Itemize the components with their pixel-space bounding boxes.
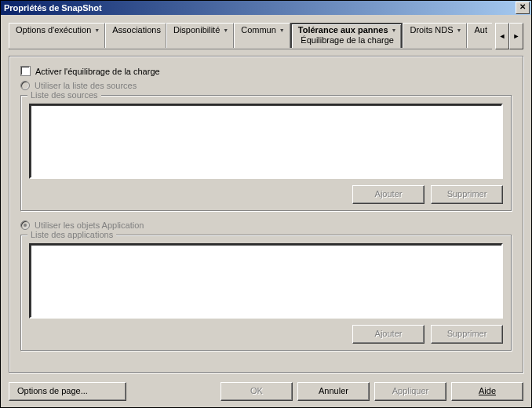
enable-load-balancing-label: Activer l'équilibrage de la charge bbox=[35, 67, 160, 76]
tab-label: Options d'exécution bbox=[16, 25, 91, 35]
applications-button-row: Ajouter Supprimer bbox=[29, 325, 503, 344]
tab-associations[interactable]: Associations bbox=[105, 23, 166, 48]
applications-listbox[interactable] bbox=[29, 243, 503, 319]
applications-remove-button[interactable]: Supprimer bbox=[431, 325, 503, 344]
help-button[interactable]: Aide bbox=[451, 382, 523, 401]
tab-label: Associations bbox=[112, 25, 161, 35]
radio-icon bbox=[20, 81, 30, 90]
radio-icon bbox=[20, 220, 30, 230]
use-application-objects-row[interactable]: Utiliser les objets Application bbox=[20, 220, 512, 230]
tab-disponibilite[interactable]: Disponibilité ▼ bbox=[166, 23, 234, 48]
tab-label: Disponibilité bbox=[173, 25, 220, 35]
tab-scroll-right[interactable]: ► bbox=[509, 23, 523, 49]
checkbox-icon bbox=[20, 66, 31, 76]
use-source-list-label: Utiliser la liste des sources bbox=[35, 81, 137, 90]
use-application-objects-label: Utiliser les objets Application bbox=[35, 220, 144, 230]
cancel-button[interactable]: Annuler bbox=[297, 382, 370, 401]
applications-group: Liste des applications Ajouter Supprimer bbox=[20, 235, 512, 351]
tab-droits-nds[interactable]: Droits NDS ▼ bbox=[403, 23, 467, 48]
close-icon: ✕ bbox=[519, 2, 526, 11]
tabs-container: Options d'exécution ▼ Associations Dispo… bbox=[9, 23, 492, 49]
tab-scroll-left[interactable]: ◄ bbox=[495, 23, 509, 49]
sources-add-button[interactable]: Ajouter bbox=[352, 185, 425, 204]
tab-autres[interactable]: Aut bbox=[467, 23, 492, 48]
titlebar: Propriétés de SnapShot ✕ bbox=[1, 1, 531, 15]
sources-group: Liste des sources Ajouter Supprimer bbox=[20, 95, 512, 211]
chevron-down-icon: ▼ bbox=[94, 27, 100, 33]
apply-button[interactable]: Appliquer bbox=[374, 382, 446, 401]
tab-label: Aut bbox=[474, 25, 487, 35]
chevron-down-icon: ▼ bbox=[392, 27, 397, 33]
arrow-left-icon: ◄ bbox=[499, 32, 506, 40]
tab-sublabel: Équilibrage de la charge bbox=[301, 35, 394, 45]
arrow-right-icon: ► bbox=[513, 32, 520, 40]
enable-load-balancing-row[interactable]: Activer l'équilibrage de la charge bbox=[20, 66, 512, 76]
tab-tolerance-pannes[interactable]: Tolérance aux pannes ▼ Équilibrage de la… bbox=[290, 23, 403, 48]
tab-label: Tolérance aux pannes bbox=[298, 25, 388, 35]
sources-remove-button[interactable]: Supprimer bbox=[431, 185, 503, 204]
dialog-footer: Options de page... OK Annuler Appliquer … bbox=[1, 379, 531, 407]
sources-button-row: Ajouter Supprimer bbox=[29, 185, 503, 204]
sources-listbox[interactable] bbox=[29, 104, 503, 179]
tab-panel: Activer l'équilibrage de la charge Utili… bbox=[9, 56, 523, 373]
tab-scroll-buttons: ◄ ► bbox=[495, 23, 523, 49]
ok-button[interactable]: OK bbox=[220, 382, 293, 401]
chevron-down-icon: ▼ bbox=[279, 27, 285, 33]
chevron-down-icon: ▼ bbox=[456, 27, 461, 33]
tab-label: Commun bbox=[241, 25, 276, 35]
tab-strip: Options d'exécution ▼ Associations Dispo… bbox=[9, 23, 523, 49]
chevron-down-icon: ▼ bbox=[223, 27, 228, 33]
dialog-window: Propriétés de SnapShot ✕ Options d'exécu… bbox=[0, 0, 532, 408]
sources-group-legend: Liste des sources bbox=[27, 90, 101, 100]
radio-dot-icon bbox=[24, 224, 27, 227]
close-button[interactable]: ✕ bbox=[516, 2, 530, 14]
use-source-list-row[interactable]: Utiliser la liste des sources bbox=[20, 81, 512, 90]
tab-commun[interactable]: Commun ▼ bbox=[234, 23, 290, 48]
tab-options-execution[interactable]: Options d'exécution ▼ bbox=[9, 23, 105, 48]
applications-add-button[interactable]: Ajouter bbox=[352, 325, 425, 344]
applications-group-legend: Liste des applications bbox=[27, 230, 116, 239]
page-options-button[interactable]: Options de page... bbox=[9, 382, 126, 401]
tab-label: Droits NDS bbox=[410, 25, 453, 35]
window-title: Propriétés de SnapShot bbox=[4, 3, 102, 13]
